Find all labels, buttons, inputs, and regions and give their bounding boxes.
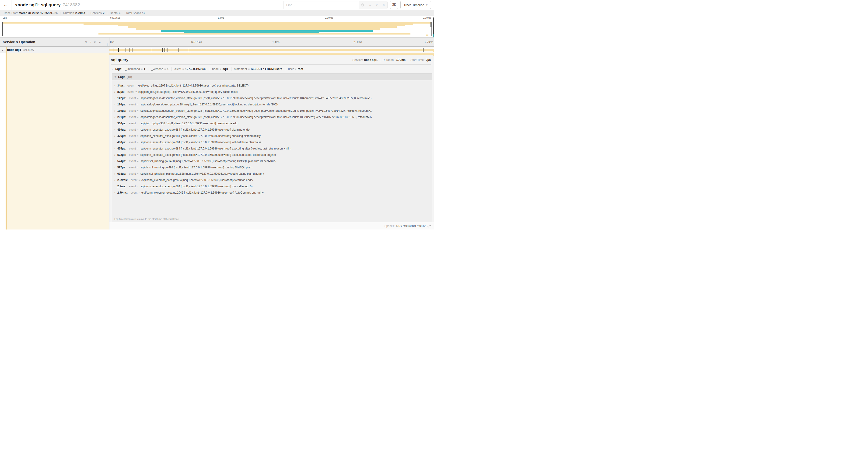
trace-collapse-chevron-icon[interactable]: ∨: [15, 3, 18, 7]
log-entry[interactable]: ›502μs:event=‹sql/conn_executor_exec.go:…: [112, 152, 432, 158]
log-entry[interactable]: ›2.7ms:event=‹sql/conn_executor_exec.go:…: [112, 183, 432, 189]
minimap-right-scrubber[interactable]: [431, 22, 431, 27]
focus-match-icon[interactable]: [361, 3, 364, 6]
chevron-right-icon: ›: [114, 166, 115, 169]
clear-find-icon[interactable]: ✕: [382, 3, 385, 7]
chevron-right-icon: ›: [114, 103, 115, 106]
summary-value-fraction: .326: [52, 11, 58, 15]
log-field-value: ‹sql/plan_opt.go:358 [nsql1,client=127.0…: [140, 122, 239, 125]
log-timestamp: 495μs:: [117, 147, 126, 150]
tag-value: sql1: [223, 67, 228, 71]
tag-key: statement: [234, 67, 247, 71]
expand-one-icon[interactable]: ›: [90, 41, 91, 44]
summary-item: Total Spans10: [126, 11, 145, 15]
trace-view-select[interactable]: Trace Timeline ∨: [400, 1, 431, 9]
summary-separator: [107, 12, 107, 14]
log-entry[interactable]: ›2.79ms:event=‹sql/conn_executor_exec.go…: [112, 189, 432, 196]
column-resizer-handle[interactable]: ∥: [106, 43, 108, 46]
log-entry[interactable]: ›476μs:event=‹sql/conn_executor_exec.go:…: [112, 133, 432, 139]
summary-label: Trace Start: [3, 11, 18, 15]
log-entry[interactable]: ›495μs:event=‹sql/conn_executor_exec.go:…: [112, 145, 432, 152]
log-entry[interactable]: ›486μs:event=‹sql/conn_executor_exec.go:…: [112, 139, 432, 145]
chevron-right-icon: ›: [114, 135, 115, 137]
log-equals: =: [137, 172, 138, 175]
summary-separator: [123, 12, 123, 14]
summary-value: March 31 2022, 17:25:09: [19, 11, 52, 15]
log-marker: [162, 48, 163, 52]
summary-value: 2.79ms: [75, 11, 85, 15]
logs-header[interactable]: ∨ Logs (18): [112, 73, 432, 80]
start-time-value: 0μs: [426, 58, 431, 62]
span-duration-bar[interactable]: [110, 49, 434, 51]
tag-separator: [231, 67, 231, 71]
log-entry[interactable]: ›34μs:event=‹sql/exec_util.go:2297 [nsql…: [112, 82, 432, 89]
log-field-key: event: [129, 97, 136, 100]
timeline-tick-label: 1.4ms: [273, 41, 280, 43]
logs-list: ›34μs:event=‹sql/exec_util.go:2297 [nsql…: [112, 80, 432, 222]
log-entry[interactable]: ›597μs:event=‹sql/distsql_running.go:498…: [112, 164, 432, 170]
tag-item: client=127.0.0.1:59936: [175, 67, 207, 71]
span-row[interactable]: ∨ node sql1 sql query: [0, 47, 434, 53]
trace-summary-bar: Trace StartMarch 31 2022, 17:25:09.326Du…: [0, 10, 434, 16]
logs-count: (18): [126, 75, 132, 78]
next-match-icon[interactable]: ∨: [376, 3, 378, 7]
trace-view-label: Trace Timeline: [404, 3, 424, 7]
tag-value: SELECT * FROM users: [251, 67, 282, 71]
log-equals: =: [138, 179, 140, 182]
tag-key: client: [175, 67, 181, 71]
info-separator: [408, 59, 408, 62]
tag-equals: =: [295, 68, 296, 70]
copy-link-icon[interactable]: [428, 224, 431, 228]
log-entry[interactable]: ›459μs:event=‹sql/conn_executor_exec.go:…: [112, 126, 432, 133]
log-equals: =: [137, 141, 138, 144]
log-field-value: ‹sql/plan_opt.go:358 [nsql1,client=127.0…: [138, 90, 238, 94]
log-entry[interactable]: ›574μs:event=‹sql/distsql_running.go:142…: [112, 158, 432, 164]
log-equals: =: [135, 84, 137, 87]
collapse-all-icon[interactable]: »: [94, 41, 97, 43]
log-timestamp: 80μs:: [117, 90, 125, 94]
log-equals: =: [135, 91, 137, 93]
minimap-left-scrubber[interactable]: [2, 22, 3, 36]
log-field-value: ‹sql/conn_executor_exec.go:684 [nsql1,cl…: [140, 128, 250, 131]
timeline-tick-label: 2.79ms: [423, 16, 431, 19]
minimap-span-bars: [2, 22, 431, 36]
chevron-down-icon: ∨: [426, 4, 428, 6]
log-timestamp: 142μs:: [117, 97, 126, 100]
tags-label: Tags:: [115, 67, 122, 71]
tag-item: user=root: [288, 67, 303, 71]
tag-value: 127.0.0.1:59936: [185, 67, 206, 71]
log-entry[interactable]: ›142μs:event=‹sql/catalog/lease/descript…: [112, 95, 432, 101]
log-entry[interactable]: ›176μs:event=‹sql/catalog/descs/descript…: [112, 101, 432, 107]
info-separator: [380, 59, 380, 62]
log-entry[interactable]: ›80μs:event=‹sql/plan_opt.go:358 [nsql1,…: [112, 89, 432, 95]
log-field-value: ‹sql/conn_executor_exec.go:684 [nsql1,cl…: [140, 134, 261, 138]
prev-match-icon[interactable]: ∧: [369, 3, 371, 7]
log-timestamp: 459μs:: [117, 128, 126, 131]
log-entry[interactable]: ›189μs:event=‹sql/catalog/lease/descript…: [112, 107, 432, 114]
timeline-tick-label: 697.75μs: [191, 41, 202, 43]
log-equals: =: [137, 109, 138, 112]
back-button[interactable]: ←: [0, 0, 11, 10]
minimap-canvas[interactable]: [2, 22, 432, 36]
expand-all-icon[interactable]: »: [99, 41, 100, 44]
tags-section[interactable]: › Tags: _unfinished=1_verbose=1client=12…: [112, 66, 431, 72]
log-entry[interactable]: ›2.69ms:event=‹sql/conn_executor_exec.go…: [112, 177, 432, 183]
tag-separator: [209, 67, 209, 71]
log-field-key: event: [129, 116, 136, 119]
page-title: node sql1: sql query 7418682: [18, 2, 80, 7]
span-collapse-chevron-icon[interactable]: ∨: [2, 48, 3, 51]
timeline-header: Service & Operation ∨›»» ∥ 0μs697.75μs1.…: [0, 37, 434, 47]
chevron-right-icon: ›: [114, 84, 115, 87]
log-field-value: ‹sql/conn_executor_exec.go:2046 [nsql1,c…: [141, 191, 264, 194]
log-entry[interactable]: ›201μs:event=‹sql/catalog/lease/descript…: [112, 114, 432, 120]
log-field-value: ‹sql/distsql_physical_planner.go:828 [ns…: [140, 172, 265, 175]
log-entry[interactable]: ›366μs:event=‹sql/plan_opt.go:358 [nsql1…: [112, 120, 432, 126]
span-tint-background: [7, 53, 109, 230]
keyboard-shortcuts-button[interactable]: ⌘: [390, 1, 398, 9]
log-entry[interactable]: ›678μs:event=‹sql/distsql_physical_plann…: [112, 170, 432, 177]
collapse-one-icon[interactable]: ∨: [85, 41, 87, 44]
find-input[interactable]: [283, 1, 359, 9]
log-field-value: ‹sql/distsql_running.go:498 [nsql1,clien…: [140, 166, 252, 169]
log-equals: =: [137, 122, 138, 125]
log-equals: =: [137, 185, 138, 188]
